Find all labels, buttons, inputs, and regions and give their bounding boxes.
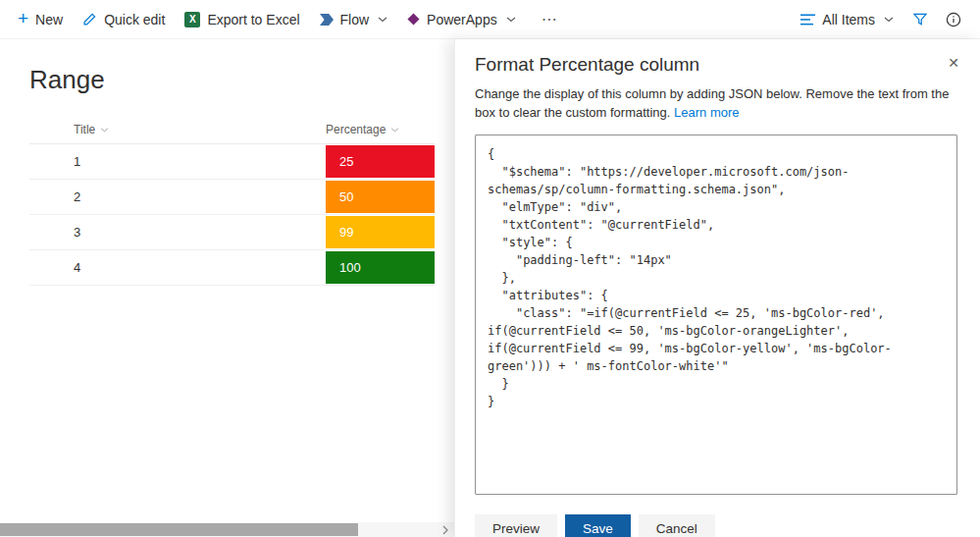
- list-view: Range Title Percentage: [0, 39, 454, 537]
- panel-description: Change the display of this column by add…: [475, 85, 957, 123]
- plus-icon: +: [18, 9, 28, 27]
- column-label: Title: [74, 123, 95, 136]
- excel-icon: X: [184, 12, 200, 27]
- title-cell: 1: [74, 154, 326, 169]
- chevron-down-icon: [390, 128, 399, 133]
- flow-icon: [320, 14, 334, 26]
- powerapps-icon: [407, 13, 420, 26]
- scrollbar-thumb[interactable]: [0, 523, 358, 536]
- command-bar-right: All Items: [791, 0, 970, 38]
- title-cell: 4: [74, 260, 326, 275]
- percentage-cell: 99: [326, 216, 435, 248]
- more-icon: ⋯: [536, 10, 564, 28]
- view-list-icon: [800, 14, 815, 26]
- cancel-button[interactable]: Cancel: [639, 514, 715, 537]
- title-cell: 3: [74, 225, 326, 240]
- powerapps-label: PowerApps: [427, 12, 497, 27]
- format-column-panel: ✕ Format Percentage column Change the di…: [454, 39, 980, 537]
- export-to-excel-label: Export to Excel: [207, 12, 299, 27]
- panel-title: Format Percentage column: [475, 54, 957, 76]
- filter-icon: [912, 12, 928, 27]
- json-editor[interactable]: { "$schema": "https://developer.microsof…: [475, 134, 957, 495]
- percentage-cell: 50: [326, 181, 435, 213]
- info-icon: [946, 12, 961, 27]
- command-bar: + New Quick edit X Export to Excel Flow: [0, 0, 980, 39]
- chevron-down-icon: [378, 17, 387, 23]
- quick-edit-button[interactable]: Quick edit: [73, 0, 175, 38]
- chevron-down-icon: [506, 17, 516, 23]
- new-button[interactable]: + New: [8, 0, 73, 38]
- table-row[interactable]: 2 50: [29, 180, 435, 215]
- panel-buttons: Preview Save Cancel: [475, 514, 957, 537]
- view-selector-label: All Items: [822, 12, 875, 27]
- info-button[interactable]: [937, 0, 970, 38]
- save-button[interactable]: Save: [565, 514, 631, 537]
- chevron-down-icon: [100, 128, 109, 133]
- title-cell: 2: [74, 189, 326, 204]
- page-title: Range: [29, 65, 454, 95]
- close-icon[interactable]: ✕: [942, 51, 965, 75]
- percentage-cell: 100: [326, 251, 435, 284]
- scroll-right-arrow-icon[interactable]: [442, 525, 448, 535]
- table-row[interactable]: 3 99: [29, 215, 435, 250]
- percentage-cell: 25: [326, 145, 435, 178]
- learn-more-link[interactable]: Learn more: [674, 105, 739, 120]
- chevron-down-icon: [884, 17, 894, 23]
- new-button-label: New: [35, 12, 63, 27]
- powerapps-button[interactable]: PowerApps: [397, 0, 526, 38]
- table-header-row: Title Percentage: [29, 115, 435, 144]
- command-bar-left: + New Quick edit X Export to Excel Flow: [8, 0, 574, 38]
- column-header-percentage[interactable]: Percentage: [326, 123, 435, 136]
- preview-button[interactable]: Preview: [475, 514, 557, 537]
- flow-button[interactable]: Flow: [310, 0, 398, 38]
- pencil-icon: [82, 12, 97, 27]
- horizontal-scrollbar[interactable]: [0, 522, 454, 537]
- column-label: Percentage: [326, 123, 386, 136]
- export-to-excel-button[interactable]: X Export to Excel: [175, 0, 309, 38]
- table-row[interactable]: 4 100: [29, 250, 435, 286]
- filter-button[interactable]: [903, 0, 937, 38]
- view-selector-all-items[interactable]: All Items: [791, 0, 903, 38]
- column-header-title[interactable]: Title: [74, 123, 326, 136]
- flow-label: Flow: [340, 12, 370, 27]
- list-table: Title Percentage 1 25: [29, 115, 435, 286]
- table-row[interactable]: 1 25: [29, 144, 435, 180]
- quick-edit-label: Quick edit: [104, 12, 165, 27]
- more-commands-button[interactable]: ⋯: [526, 0, 574, 38]
